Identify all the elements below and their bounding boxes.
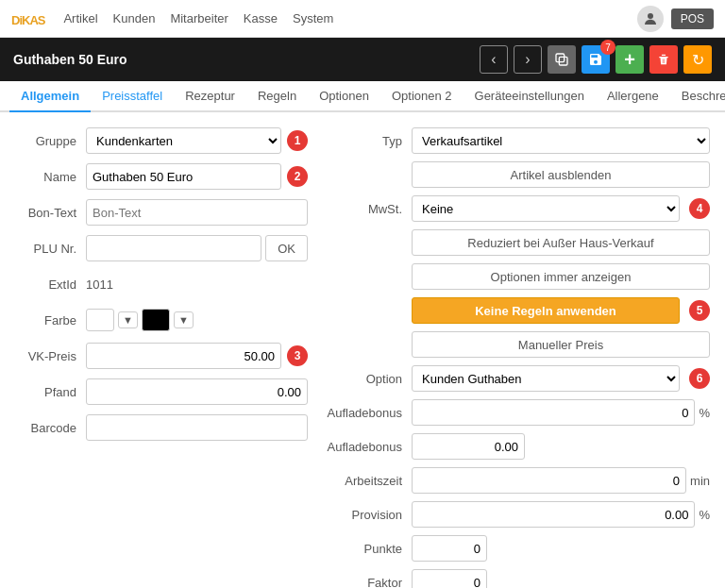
- tab-beschreibung[interactable]: Beschreibung: [670, 81, 725, 112]
- pfand-label: Pfand: [15, 385, 86, 399]
- name-label: Name: [15, 170, 86, 184]
- arbeitszeit-control: min: [412, 467, 710, 494]
- right-column: Typ Verkaufsartikel Artikel ausblenden M…: [327, 127, 710, 588]
- typ-row: Typ Verkaufsartikel: [327, 127, 710, 154]
- provision-control: %: [412, 501, 710, 528]
- farbe-label: Farbe: [15, 313, 86, 328]
- extid-row: ExtId 1011: [15, 271, 308, 297]
- reduziert-row: Reduziert bei Außer Haus-Verkauf: [327, 229, 710, 256]
- page-title: Guthaben 50 Euro: [13, 52, 127, 67]
- arbeitszeit-unit: min: [690, 474, 710, 488]
- user-icon[interactable]: [637, 6, 664, 32]
- typ-control: Verkaufsartikel: [412, 127, 710, 154]
- tab-allgemein[interactable]: Allgemein: [9, 81, 91, 112]
- badge-2: 2: [287, 166, 308, 187]
- vkpreis-row: VK-Preis 3: [15, 343, 308, 369]
- left-column: Gruppe Kundenkarten 1 Name 2 Bon-Text PL…: [15, 127, 308, 588]
- svg-rect-2: [556, 54, 565, 62]
- aufladebonus2-control: [412, 433, 710, 460]
- mwst-select[interactable]: Keine: [412, 195, 680, 222]
- color-dropdown-2[interactable]: ▼: [174, 311, 194, 328]
- refresh-button[interactable]: ↻: [683, 45, 712, 74]
- nav-kasse[interactable]: Kasse: [244, 8, 278, 29]
- logo-kas: KAS: [22, 13, 44, 27]
- plu-row: PLU Nr. OK: [15, 235, 308, 261]
- nav-mitarbeiter[interactable]: Mitarbeiter: [170, 8, 228, 29]
- tab-rezeptur[interactable]: Rezeptur: [174, 81, 246, 112]
- nav-artikel[interactable]: Artikel: [63, 8, 97, 29]
- plu-input[interactable]: [86, 235, 261, 261]
- title-bar: Guthaben 50 Euro ‹ › 7 + ↻: [0, 38, 725, 81]
- optionen-anzeigen-button[interactable]: Optionen immer anzeigen: [412, 263, 710, 290]
- aufladebonus1-row: Aufladebonus %: [327, 399, 710, 426]
- badge-6: 6: [689, 368, 710, 389]
- provision-unit: %: [699, 508, 710, 522]
- option-control: Kunden Guthaben 6: [412, 365, 710, 392]
- copy-button[interactable]: [548, 45, 576, 74]
- mwst-label: MwSt.: [327, 202, 412, 216]
- logo: DiKAS: [11, 8, 44, 29]
- main-content: Gruppe Kundenkarten 1 Name 2 Bon-Text PL…: [0, 112, 725, 588]
- aufladebonus2-input[interactable]: [412, 433, 525, 460]
- save-badge: 7: [600, 40, 615, 55]
- nav-kunden[interactable]: Kunden: [113, 8, 156, 29]
- provision-input[interactable]: [412, 501, 695, 528]
- option-select[interactable]: Kunden Guthaben: [412, 365, 680, 392]
- optionen-anzeigen-row: Optionen immer anzeigen: [327, 263, 710, 290]
- plu-label: PLU Nr.: [15, 242, 86, 256]
- pfand-input[interactable]: [86, 378, 308, 405]
- color-dropdown-1[interactable]: ▼: [118, 311, 138, 328]
- mwst-row: MwSt. Keine 4: [327, 195, 710, 222]
- punkte-label: Punkte: [327, 542, 412, 556]
- nav-system[interactable]: System: [293, 8, 333, 29]
- arbeitszeit-input[interactable]: [412, 467, 686, 494]
- pos-button[interactable]: POS: [671, 8, 714, 29]
- add-button[interactable]: +: [615, 45, 644, 74]
- gruppe-select[interactable]: Kundenkarten: [86, 127, 281, 154]
- tab-allergene[interactable]: Allergene: [596, 81, 670, 112]
- bontext-input[interactable]: [86, 199, 308, 226]
- keine-regeln-control: Keine Regeln anwenden 5: [412, 297, 710, 324]
- color-swatch-white[interactable]: [86, 309, 114, 331]
- name-input[interactable]: [86, 163, 281, 190]
- color-swatch-black[interactable]: [142, 309, 170, 331]
- aufladebonus1-input[interactable]: [412, 399, 695, 426]
- nav-next-button[interactable]: ›: [514, 45, 542, 74]
- artikel-ausblenden-row: Artikel ausblenden: [327, 161, 710, 188]
- barcode-input[interactable]: [86, 414, 308, 441]
- logo-di: Di: [11, 13, 22, 27]
- aufladebonus1-label: Aufladebonus: [327, 406, 412, 420]
- artikel-ausblenden-button[interactable]: Artikel ausblenden: [412, 161, 710, 188]
- punkte-control: [412, 535, 710, 562]
- provision-unit-row: %: [412, 501, 710, 528]
- vkpreis-input[interactable]: [86, 343, 281, 369]
- tab-optionen[interactable]: Optionen: [308, 81, 380, 112]
- gruppe-row: Gruppe Kundenkarten 1: [15, 127, 308, 154]
- manueller-preis-button[interactable]: Manueller Preis: [412, 331, 710, 358]
- punkte-input[interactable]: [412, 535, 487, 562]
- badge-4: 4: [689, 198, 710, 219]
- tab-geraeteeinstellungen[interactable]: Geräteeinstellungen: [464, 81, 596, 112]
- delete-button[interactable]: [649, 45, 678, 74]
- optionen-anzeigen-control: Optionen immer anzeigen: [412, 263, 710, 290]
- keine-regeln-button[interactable]: Keine Regeln anwenden: [412, 297, 680, 324]
- tab-regeln[interactable]: Regeln: [246, 81, 308, 112]
- manueller-preis-row: Manueller Preis: [327, 331, 710, 358]
- extid-value: 1011: [86, 277, 113, 292]
- farbe-controls: ▼ ▼: [86, 309, 194, 331]
- plu-ok-button[interactable]: OK: [265, 235, 308, 261]
- arbeitszeit-unit-row: min: [412, 467, 710, 494]
- manueller-preis-control: Manueller Preis: [412, 331, 710, 358]
- barcode-row: Barcode: [15, 414, 308, 441]
- aufladebonus1-unit-row: %: [412, 399, 710, 426]
- faktor-input[interactable]: [412, 569, 487, 588]
- reduziert-button[interactable]: Reduziert bei Außer Haus-Verkauf: [412, 229, 710, 256]
- gruppe-label: Gruppe: [15, 134, 86, 148]
- typ-select[interactable]: Verkaufsartikel: [412, 127, 710, 154]
- nav-prev-button[interactable]: ‹: [480, 45, 508, 74]
- arbeitszeit-row: Arbeitszeit min: [327, 467, 710, 494]
- save-wrapper: 7: [582, 45, 610, 74]
- tab-preisstaffel[interactable]: Preisstaffel: [91, 81, 174, 112]
- tab-optionen2[interactable]: Optionen 2: [380, 81, 464, 112]
- name-row: Name 2: [15, 163, 308, 190]
